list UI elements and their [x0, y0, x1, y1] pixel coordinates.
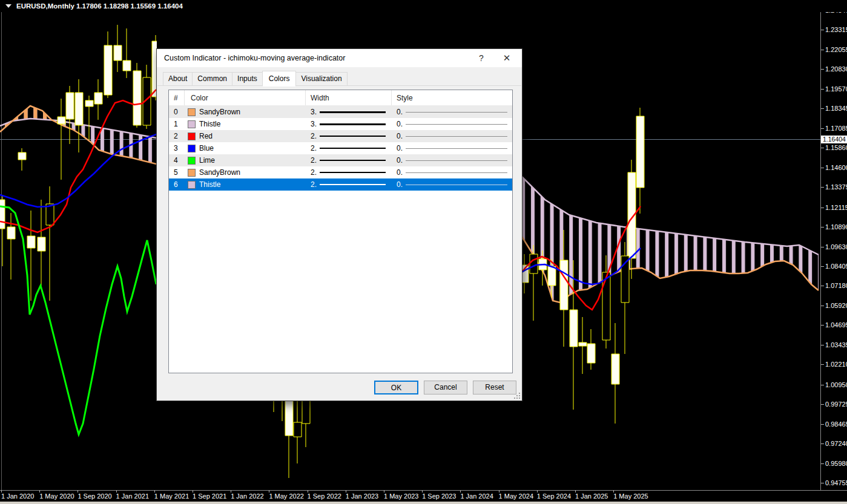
price-label: 1.10890 — [825, 223, 847, 231]
tab-common[interactable]: Common — [192, 72, 232, 86]
table-row[interactable]: 3 Blue 2. 0. — [169, 142, 512, 154]
chart-left-region — [0, 25, 160, 434]
time-axis[interactable]: 1 Jan 20201 May 20201 Sep 20201 Jan 2021… — [0, 491, 821, 502]
resize-grip[interactable] — [513, 392, 521, 399]
width-line-preview — [320, 136, 386, 137]
date-label: 1 Sep 2021 — [193, 493, 226, 500]
width-line-preview — [320, 123, 386, 125]
price-label: 1.03435 — [825, 341, 847, 349]
cancel-button[interactable]: Cancel — [424, 381, 467, 394]
price-axis[interactable]: 1.16404 1.245401.233151.220551.208301.19… — [821, 12, 847, 490]
date-label: 1 May 2025 — [613, 493, 648, 500]
style-value: 0. — [397, 132, 403, 140]
width-value: 2. — [311, 180, 317, 189]
date-label: 1 Sep 2024 — [537, 493, 571, 500]
price-label: 1.17085 — [825, 125, 847, 132]
style-line-preview — [406, 160, 507, 161]
tab-colors[interactable]: Colors — [262, 71, 297, 87]
tab-about[interactable]: About — [163, 72, 193, 86]
width-line-preview — [320, 172, 386, 173]
price-label: 1.04695 — [825, 321, 847, 329]
collapse-chart-icon[interactable] — [5, 4, 12, 8]
tab-visualization[interactable]: Visualization — [295, 72, 347, 86]
price-label: 1.18345 — [825, 105, 847, 112]
help-button[interactable]: ? — [472, 50, 490, 66]
reset-button[interactable]: Reset — [473, 381, 516, 394]
date-label: 1 Jan 2025 — [575, 493, 608, 500]
close-icon[interactable]: ✕ — [498, 50, 516, 66]
color-swatch[interactable] — [188, 133, 196, 140]
style-value: 0. — [397, 168, 403, 177]
price-label: 0.95980 — [825, 460, 847, 467]
width-line-preview — [320, 184, 386, 185]
colors-table: # Color Width Style 0 SandyBrown 3. 0. 1… — [168, 90, 513, 373]
color-swatch[interactable] — [188, 169, 196, 177]
table-row[interactable]: 2 Red 2. 0. — [169, 130, 512, 142]
color-name: Blue — [199, 144, 214, 152]
bear-candle-bodies — [294, 396, 310, 437]
chart-bottom-region — [274, 393, 310, 478]
date-label: 1 Sep 2022 — [308, 493, 341, 500]
bull-candle-bodies — [285, 396, 293, 436]
table-row[interactable]: 0 SandyBrown 3. 0. — [169, 106, 512, 118]
dialog-title-bar[interactable]: Custom Indicator - ichimoku-moving avera… — [157, 49, 522, 67]
window-bottom-edge — [0, 502, 847, 504]
date-label: 1 May 2021 — [154, 493, 189, 500]
style-value: 0. — [397, 180, 403, 189]
price-label: 1.00950 — [825, 381, 847, 388]
price-label: 1.14600 — [825, 164, 847, 171]
style-line-preview — [406, 148, 507, 149]
width-value: 2. — [311, 144, 317, 152]
price-label: 1.07180 — [825, 282, 847, 289]
date-label: 1 Jan 2021 — [116, 493, 149, 500]
style-line-preview — [406, 136, 507, 137]
color-swatch[interactable] — [188, 145, 196, 152]
color-name: Thistle — [199, 120, 220, 128]
price-label: 1.23315 — [825, 26, 847, 33]
style-value: 0. — [397, 156, 403, 165]
table-row-selected[interactable]: 6 Thistle 2. 0. — [169, 178, 512, 191]
table-row[interactable]: 4 Lime 2. 0. — [169, 154, 512, 166]
style-value: 0. — [397, 120, 403, 128]
mt-chart-window: EURUSD,Monthly 1.17806 1.18298 1.15569 1… — [0, 0, 847, 504]
tab-inputs[interactable]: Inputs — [232, 72, 263, 86]
price-label: 1.02210 — [825, 361, 847, 368]
price-label: 0.97240 — [825, 440, 847, 447]
header-style: Style — [392, 90, 512, 105]
color-name: SandyBrown — [199, 108, 240, 116]
tab-strip: About Common Inputs Colors Visualization — [163, 72, 516, 86]
price-label: 0.94755 — [825, 479, 847, 486]
price-label: 1.05920 — [825, 302, 847, 309]
date-label: 1 Jan 2020 — [1, 493, 34, 500]
color-swatch[interactable] — [188, 157, 196, 165]
date-label: 1 Sep 2023 — [422, 493, 456, 500]
width-value: 3. — [311, 108, 317, 116]
color-swatch[interactable] — [188, 108, 196, 116]
date-label: 1 Jan 2024 — [460, 493, 493, 500]
price-label: 1.19570 — [825, 85, 847, 93]
width-value: 2. — [311, 132, 317, 140]
table-row[interactable]: 1 Thistle 3. 0. — [169, 118, 512, 130]
color-swatch[interactable] — [188, 181, 196, 189]
color-name: Red — [199, 132, 213, 140]
style-line-preview — [406, 185, 507, 185]
date-label: 1 May 2020 — [39, 493, 74, 500]
price-label: 1.20830 — [825, 65, 847, 73]
style-line-preview — [406, 124, 507, 125]
price-label: 0.99725 — [825, 401, 847, 408]
table-row[interactable]: 5 SandyBrown 2. 0. — [169, 166, 512, 178]
width-line-preview — [320, 160, 386, 161]
color-name: SandyBrown — [199, 168, 240, 177]
style-value: 0. — [397, 144, 403, 152]
header-color: Color — [185, 90, 306, 105]
dialog-title: Custom Indicator - ichimoku-moving avera… — [164, 54, 345, 62]
header-width: Width — [306, 90, 392, 105]
width-line-preview — [320, 148, 386, 149]
color-swatch[interactable] — [188, 120, 196, 128]
color-name: Thistle — [199, 180, 220, 189]
ok-button[interactable]: OK — [374, 381, 418, 394]
custom-indicator-dialog: Custom Indicator - ichimoku-moving avera… — [156, 48, 522, 401]
width-value: 3. — [311, 120, 317, 128]
style-line-preview — [406, 172, 507, 173]
chart-right-region — [521, 108, 819, 424]
